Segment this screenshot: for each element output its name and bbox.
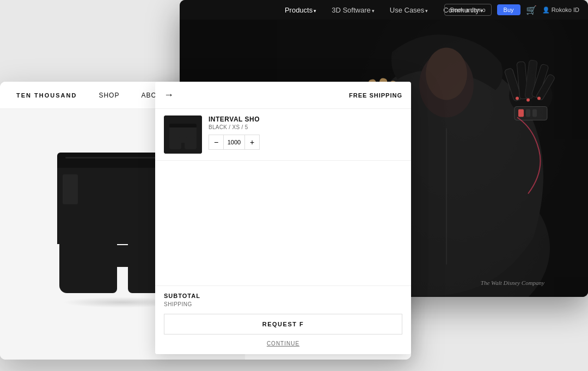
svg-rect-25 (169, 124, 197, 128)
tenthousand-logo: TEN THOUSAND (16, 92, 77, 99)
continue-shopping-link[interactable]: CONTINUE (267, 340, 299, 346)
user-account[interactable]: 👤 Rokoko ID (542, 7, 579, 14)
svg-rect-27 (169, 137, 181, 149)
checkout-button[interactable]: REQUEST F (164, 314, 402, 334)
cart-qty-value: 1000 (223, 135, 245, 149)
shorts-left-leg (59, 233, 117, 293)
buy-button[interactable]: Buy (497, 4, 520, 15)
cart-item-thumbnail (164, 115, 202, 154)
cart-qty-control: − 1000 + (209, 135, 260, 150)
cart-item: INTERVAL SHO BLACK / XS / 5 − 1000 + (155, 109, 411, 161)
shorts-crotch (109, 245, 136, 267)
cart-item-info: INTERVAL SHO BLACK / XS / 5 − 1000 + (209, 115, 402, 154)
cart-back-arrow[interactable]: → (164, 89, 174, 101)
cart-qty-decrease[interactable]: − (209, 135, 223, 149)
svg-point-18 (537, 97, 541, 100)
free-shipping-badge: FREE SHIPPING (349, 92, 402, 99)
cart-thumbnail-svg (164, 115, 202, 154)
rokoko-navbar: Products▾ 3D Software▾ Use Cases▾ Commun… (180, 0, 588, 20)
svg-rect-20 (518, 110, 524, 117)
cart-subtotal-row: SUBTOTAL (164, 293, 402, 299)
chevron-down-icon: ▾ (425, 8, 428, 14)
cart-overlay: → FREE SHIPPING INTERVAL SHO BLACK / XS … (155, 82, 411, 354)
shop-nav-link[interactable]: SHOP (99, 92, 119, 99)
svg-rect-28 (185, 137, 197, 149)
svg-point-3 (426, 48, 467, 100)
cart-shipping-row: SHIPPING (164, 301, 402, 307)
cart-footer: SUBTOTAL SHIPPING REQUEST F CONTINUE (155, 285, 411, 354)
cart-item-variant: BLACK / XS / 5 (209, 124, 402, 130)
shorts-pocket-left (63, 174, 78, 204)
cart-continue-link-container: CONTINUE (164, 338, 402, 348)
svg-rect-22 (532, 110, 537, 117)
book-demo-button[interactable]: Book a demo (444, 4, 492, 16)
chevron-down-icon: ▾ (314, 8, 316, 14)
subtotal-label: SUBTOTAL (164, 293, 200, 299)
disney-logo: The Walt Disney Company (481, 279, 544, 286)
rokoko-nav-products[interactable]: Products▾ (285, 6, 316, 14)
cart-icon[interactable]: 🛒 (526, 5, 537, 15)
svg-point-16 (516, 97, 519, 100)
cart-qty-increase[interactable]: + (245, 135, 259, 149)
shipping-label: SHIPPING (164, 301, 192, 307)
cart-header: → FREE SHIPPING (155, 82, 411, 109)
rokoko-topbar-right: Book a demo Buy 🛒 👤 Rokoko ID (444, 4, 579, 16)
rokoko-nav-usecases[interactable]: Use Cases▾ (390, 6, 428, 14)
svg-point-17 (526, 99, 530, 102)
chevron-down-icon: ▾ (372, 8, 375, 14)
cart-item-name: INTERVAL SHO (209, 115, 402, 123)
svg-rect-21 (526, 110, 530, 117)
rokoko-nav-3dsoftware[interactable]: 3D Software▾ (332, 6, 375, 14)
